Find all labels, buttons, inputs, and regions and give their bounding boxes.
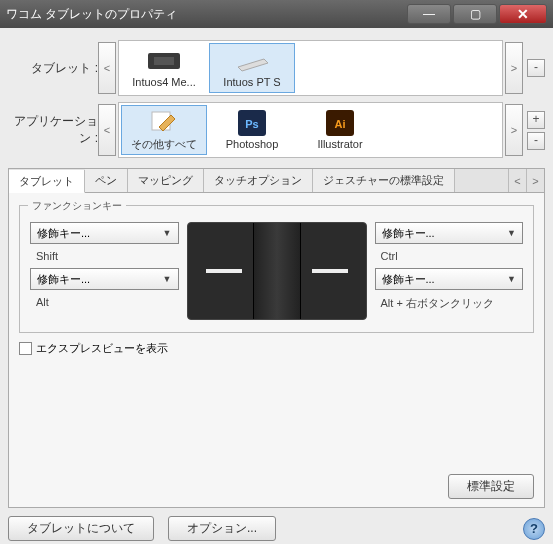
svg-text:Ps: Ps (245, 118, 258, 130)
pencil-icon (145, 109, 183, 135)
tab-pen[interactable]: ペン (85, 169, 128, 192)
fnkey-right-2-sub: Alt + 右ボタンクリック (375, 296, 524, 311)
tab-mapping[interactable]: マッピング (128, 169, 204, 192)
tablet-panel: ファンクションキー 修飾キー...▼ Shift 修飾キー...▼ Alt 修飾… (9, 193, 544, 364)
svg-marker-2 (238, 59, 268, 71)
express-key-left-indicator (206, 269, 242, 273)
combo-value: 修飾キー... (382, 272, 435, 287)
tablet-item-label: Intuos PT S (223, 76, 280, 88)
fnkey-left-2-sub: Alt (30, 296, 179, 308)
group-label: ファンクションキー (28, 199, 126, 213)
app-item-photoshop[interactable]: Ps Photoshop (209, 105, 295, 155)
fnkey-left-col: 修飾キー...▼ Shift 修飾キー...▼ Alt (30, 222, 179, 320)
tab-scroll-right[interactable]: > (526, 169, 544, 192)
tablet-picker-row: タブレット : < Intuos4 Me... Intuos PT S > - (8, 40, 545, 96)
fnkey-right-col: 修飾キー...▼ Ctrl 修飾キー...▼ Alt + 右ボタンクリック (375, 222, 524, 320)
app-remove-button[interactable]: - (527, 132, 545, 150)
combo-value: 修飾キー... (37, 226, 90, 241)
express-key-right-indicator (312, 269, 348, 273)
tab-gesture-defaults[interactable]: ジェスチャーの標準設定 (313, 169, 455, 192)
tablet-item-label: Intuos4 Me... (132, 76, 196, 88)
fnkey-right-1-combo[interactable]: 修飾キー...▼ (375, 222, 524, 244)
app-strip: その他すべて Ps Photoshop Ai Illustrator (118, 102, 503, 158)
app-prev-button[interactable]: < (98, 104, 116, 156)
expressview-checkbox[interactable] (19, 342, 32, 355)
app-item-label: その他すべて (131, 137, 197, 152)
titlebar: ワコム タブレットのプロパティ — ▢ ✕ (0, 0, 553, 28)
about-tablet-button[interactable]: タブレットについて (8, 516, 154, 541)
combo-value: 修飾キー... (37, 272, 90, 287)
tabs-container: タブレット ペン マッピング タッチオプション ジェスチャーの標準設定 < > … (8, 168, 545, 508)
tab-scroll-left[interactable]: < (508, 169, 526, 192)
chevron-down-icon: ▼ (507, 228, 516, 238)
chevron-down-icon: ▼ (163, 274, 172, 284)
expressview-label: エクスプレスビューを表示 (36, 341, 168, 356)
svg-text:Ai: Ai (335, 118, 346, 130)
maximize-button[interactable]: ▢ (453, 4, 497, 24)
tablet-next-button[interactable]: > (505, 42, 523, 94)
chevron-down-icon: ▼ (507, 274, 516, 284)
tablet-remove-button[interactable]: - (527, 59, 545, 77)
tablet-item-intuos-pt-s[interactable]: Intuos PT S (209, 43, 295, 93)
tab-touch-options[interactable]: タッチオプション (204, 169, 313, 192)
app-add-button[interactable]: + (527, 111, 545, 129)
close-button[interactable]: ✕ (499, 4, 547, 24)
app-item-label: Illustrator (317, 138, 362, 150)
app-item-illustrator[interactable]: Ai Illustrator (297, 105, 383, 155)
chevron-down-icon: ▼ (163, 228, 172, 238)
expressview-row[interactable]: エクスプレスビューを表示 (19, 341, 534, 356)
default-settings-button[interactable]: 標準設定 (448, 474, 534, 499)
app-label: アプリケーション : (8, 113, 98, 147)
window-title: ワコム タブレットのプロパティ (6, 6, 405, 23)
app-item-label: Photoshop (226, 138, 279, 150)
illustrator-icon: Ai (321, 110, 359, 136)
tablet-icon (233, 48, 271, 74)
help-button[interactable]: ? (523, 518, 545, 540)
fnkey-left-1-sub: Shift (30, 250, 179, 262)
footer: タブレットについて オプション... ? (8, 516, 545, 541)
fnkey-left-1-combo[interactable]: 修飾キー...▼ (30, 222, 179, 244)
tab-tablet[interactable]: タブレット (9, 170, 85, 193)
combo-value: 修飾キー... (382, 226, 435, 241)
fnkey-right-2-combo[interactable]: 修飾キー...▼ (375, 268, 524, 290)
tabs-head: タブレット ペン マッピング タッチオプション ジェスチャーの標準設定 < > (9, 169, 544, 193)
photoshop-icon: Ps (233, 110, 271, 136)
svg-rect-1 (154, 57, 174, 65)
tablet-strip: Intuos4 Me... Intuos PT S (118, 40, 503, 96)
tablet-prev-button[interactable]: < (98, 42, 116, 94)
tablet-label: タブレット : (8, 60, 98, 77)
tablet-icon (145, 48, 183, 74)
minimize-button[interactable]: — (407, 4, 451, 24)
tablet-item-intuos4[interactable]: Intuos4 Me... (121, 43, 207, 93)
app-next-button[interactable]: > (505, 104, 523, 156)
app-picker-row: アプリケーション : < その他すべて Ps Photoshop Ai Illu… (8, 102, 545, 158)
fnkey-right-1-sub: Ctrl (375, 250, 524, 262)
tablet-illustration (187, 222, 367, 320)
function-key-group: ファンクションキー 修飾キー...▼ Shift 修飾キー...▼ Alt 修飾… (19, 205, 534, 333)
app-item-all-other[interactable]: その他すべて (121, 105, 207, 155)
fnkey-left-2-combo[interactable]: 修飾キー...▼ (30, 268, 179, 290)
options-button[interactable]: オプション... (168, 516, 276, 541)
